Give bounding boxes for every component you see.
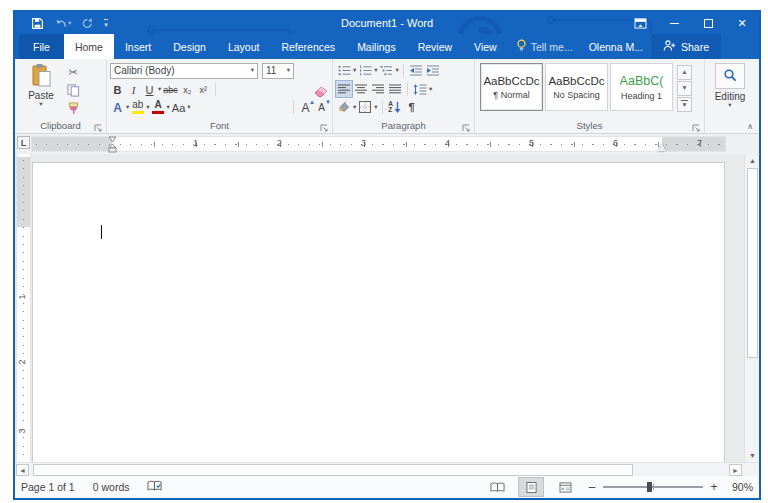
scroll-down-icon[interactable]: ▼: [746, 449, 759, 462]
increase-indent-icon[interactable]: [425, 63, 441, 79]
zoom-percentage[interactable]: 90%: [725, 481, 753, 493]
tab-home[interactable]: Home: [64, 34, 114, 59]
grow-font-button[interactable]: A▲: [298, 99, 313, 115]
styles-scroll-up-icon[interactable]: ▲: [677, 65, 692, 80]
copy-icon[interactable]: [64, 82, 82, 98]
print-layout-icon[interactable]: [519, 478, 543, 496]
highlight-button[interactable]: ab: [130, 99, 145, 115]
tab-mailings[interactable]: Mailings: [346, 34, 407, 59]
strikethrough-button[interactable]: abc: [162, 81, 179, 97]
horizontal-ruler[interactable]: 1 2 3 4 5 6 7: [32, 137, 725, 151]
line-spacing-caret-icon[interactable]: ▾: [429, 86, 432, 93]
paragraph-dialog-launcher-icon[interactable]: [462, 122, 470, 130]
italic-button[interactable]: I: [126, 81, 141, 97]
redo-icon[interactable]: [81, 17, 94, 30]
vertical-scroll-thumb[interactable]: [747, 168, 758, 358]
subscript-button[interactable]: x₂: [180, 81, 195, 97]
read-mode-icon[interactable]: [485, 478, 509, 496]
numbered-list-icon[interactable]: [357, 63, 373, 79]
customize-qat-icon[interactable]: ▾: [104, 19, 108, 28]
collapse-ribbon-icon[interactable]: ∧: [747, 122, 753, 131]
font-size-combo[interactable]: 11▾: [262, 63, 294, 79]
style-no-spacing[interactable]: AaBbCcDc No Spacing: [545, 63, 608, 111]
multilevel-list-caret-icon[interactable]: ▾: [396, 67, 399, 74]
right-indent-marker[interactable]: [658, 144, 666, 151]
close-button[interactable]: ✕: [725, 12, 759, 34]
tell-me-box[interactable]: Tell me...: [508, 34, 581, 59]
change-case-button[interactable]: Aa: [171, 99, 186, 115]
borders-caret-icon[interactable]: ▾: [374, 104, 377, 111]
shrink-font-button[interactable]: A▼: [314, 99, 329, 115]
document-page[interactable]: [32, 162, 725, 462]
web-layout-icon[interactable]: [553, 478, 577, 496]
align-right-button[interactable]: [370, 81, 386, 97]
word-count[interactable]: 0 words: [93, 481, 130, 493]
maximize-button[interactable]: [691, 12, 725, 34]
font-color-caret-icon[interactable]: ▾: [167, 104, 170, 111]
sort-icon[interactable]: AZ: [387, 99, 403, 115]
text-effects-button[interactable]: A: [110, 99, 125, 115]
multilevel-list-icon[interactable]: [379, 63, 395, 79]
bold-button[interactable]: B: [110, 81, 125, 97]
vertical-ruler[interactable]: 1 2 3: [17, 154, 30, 462]
decrease-indent-icon[interactable]: [408, 63, 424, 79]
tab-design[interactable]: Design: [162, 34, 217, 59]
page-count[interactable]: Page 1 of 1: [21, 481, 75, 493]
font-color-button[interactable]: A: [151, 99, 166, 115]
zoom-out-button[interactable]: –: [587, 480, 597, 494]
tab-file[interactable]: File: [19, 34, 64, 59]
save-icon[interactable]: [31, 17, 44, 30]
tab-insert[interactable]: Insert: [114, 34, 162, 59]
shading-bucket-icon[interactable]: [336, 99, 352, 115]
undo-caret-icon[interactable]: ▾: [68, 20, 71, 27]
superscript-button[interactable]: x²: [196, 81, 211, 97]
share-button[interactable]: Share: [651, 34, 721, 59]
paste-button[interactable]: Paste ▾: [18, 61, 64, 119]
tab-stop-selector[interactable]: L: [17, 136, 30, 149]
justify-button[interactable]: [387, 81, 403, 97]
styles-more-icon[interactable]: ▼: [677, 97, 692, 112]
horizontal-scrollbar[interactable]: ◄ ►: [15, 462, 759, 476]
underline-button[interactable]: U: [142, 81, 157, 97]
tab-references[interactable]: References: [270, 34, 346, 59]
highlight-caret-icon[interactable]: ▾: [146, 104, 149, 111]
style-heading-1[interactable]: AaBbC( Heading 1: [610, 63, 673, 111]
ribbon-display-options-icon[interactable]: [623, 12, 657, 34]
tab-view[interactable]: View: [463, 34, 508, 59]
borders-icon[interactable]: [357, 99, 373, 115]
minimize-button[interactable]: [657, 12, 691, 34]
change-case-caret-icon[interactable]: ▾: [187, 104, 190, 111]
styles-scroll-down-icon[interactable]: ▼: [677, 81, 692, 96]
editing-caret-icon[interactable]: ▾: [715, 102, 746, 109]
tab-layout[interactable]: Layout: [217, 34, 271, 59]
font-dialog-launcher-icon[interactable]: [320, 122, 328, 130]
format-painter-icon[interactable]: [64, 100, 82, 116]
bullet-list-caret-icon[interactable]: ▾: [353, 67, 356, 74]
scroll-up-icon[interactable]: ▲: [746, 154, 759, 167]
zoom-slider[interactable]: [603, 481, 703, 493]
find-button[interactable]: [715, 63, 745, 89]
styles-dialog-launcher-icon[interactable]: [692, 122, 700, 130]
align-left-button[interactable]: [336, 81, 352, 97]
shading-caret-icon[interactable]: ▾: [353, 104, 356, 111]
vertical-scrollbar[interactable]: ▲ ▼: [744, 154, 759, 462]
zoom-slider-thumb[interactable]: [647, 482, 652, 492]
font-name-combo[interactable]: Calibri (Body)▾: [110, 63, 258, 79]
horizontal-scroll-thumb[interactable]: [33, 464, 633, 476]
clipboard-dialog-launcher-icon[interactable]: [94, 122, 102, 130]
numbered-list-caret-icon[interactable]: ▾: [374, 67, 377, 74]
undo-icon[interactable]: ▾: [54, 17, 71, 30]
tab-review[interactable]: Review: [407, 34, 463, 59]
proofing-icon[interactable]: [147, 480, 162, 494]
show-hide-pilcrow-button[interactable]: ¶: [404, 99, 420, 115]
line-spacing-icon[interactable]: [412, 81, 428, 97]
scroll-right-icon[interactable]: ►: [729, 464, 742, 476]
cut-icon[interactable]: ✂: [64, 64, 82, 80]
underline-caret-icon[interactable]: ▾: [158, 86, 161, 93]
text-effects-caret-icon[interactable]: ▾: [126, 104, 129, 111]
style-normal[interactable]: AaBbCcDc ¶ Normal: [480, 63, 543, 111]
scroll-left-icon[interactable]: ◄: [16, 464, 29, 476]
align-center-button[interactable]: [353, 81, 369, 97]
zoom-in-button[interactable]: +: [709, 480, 719, 494]
user-account[interactable]: Olenna M...: [581, 34, 651, 59]
